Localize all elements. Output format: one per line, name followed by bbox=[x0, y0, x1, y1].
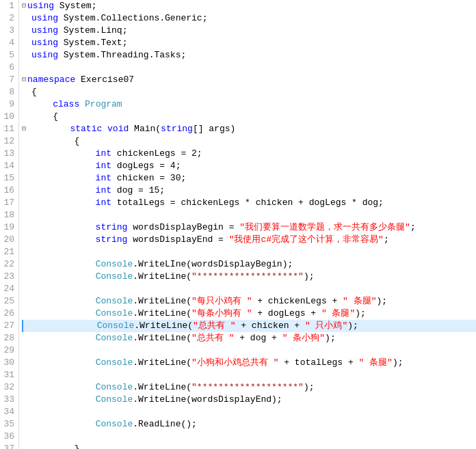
token-id: + chickenLegs + bbox=[252, 295, 343, 308]
token-kw: using bbox=[31, 12, 58, 25]
token-kw: string bbox=[31, 234, 127, 246]
line-number: 18 bbox=[3, 209, 14, 221]
code-line[interactable]: int dog = 15; bbox=[22, 185, 476, 197]
token-str-cn: " 只小鸡" bbox=[305, 320, 347, 332]
token-id bbox=[102, 123, 107, 135]
code-line[interactable]: using System.Threading.Tasks; bbox=[22, 49, 476, 62]
token-kw: int bbox=[31, 197, 111, 209]
token-id bbox=[31, 418, 96, 431]
code-line[interactable]: { bbox=[22, 86, 476, 98]
code-line[interactable]: Console.WriteLine("*******************")… bbox=[22, 271, 476, 283]
token-id: .WriteLine( bbox=[133, 357, 191, 369]
line-number: 32 bbox=[3, 381, 14, 394]
token-id: ; bbox=[410, 221, 416, 234]
code-line[interactable] bbox=[22, 344, 476, 357]
line-number: 4 bbox=[3, 37, 14, 49]
line-number: 20 bbox=[3, 234, 14, 246]
fold-icon[interactable]: ⊟ bbox=[22, 123, 26, 135]
token-id bbox=[31, 308, 96, 320]
token-id: + chicken + bbox=[235, 320, 304, 332]
token-str: "*******************" bbox=[191, 381, 304, 394]
line-number: 1 bbox=[3, 0, 14, 12]
token-kw: using bbox=[31, 25, 58, 37]
token-console-cls: Console bbox=[96, 271, 133, 283]
code-line[interactable]: Console.WriteLine("总共有 " + chicken + " 只… bbox=[22, 320, 476, 332]
token-id bbox=[31, 258, 96, 271]
code-line[interactable]: class Program bbox=[22, 98, 476, 111]
line-number: 29 bbox=[3, 344, 14, 357]
code-line[interactable]: int dogLegs = 4; bbox=[22, 160, 476, 172]
line-number: 26 bbox=[3, 308, 14, 320]
code-line[interactable]: { bbox=[22, 135, 476, 148]
code-line[interactable]: ⊟ static void Main(string[] args) bbox=[22, 123, 476, 135]
code-line[interactable]: int chickenLegs = 2; bbox=[22, 148, 476, 160]
token-str-cn: " 条腿" bbox=[359, 357, 393, 369]
token-id bbox=[31, 271, 96, 283]
code-line[interactable]: int chicken = 30; bbox=[22, 172, 476, 185]
token-id: System.Text; bbox=[58, 37, 127, 49]
token-kw: using bbox=[27, 0, 54, 12]
code-line[interactable] bbox=[22, 62, 476, 74]
code-area: 1234567891011121314151617181920212223242… bbox=[0, 0, 476, 449]
token-id: .WriteLine( bbox=[133, 332, 191, 344]
token-id: System.Threading.Tasks; bbox=[58, 49, 186, 62]
code-line[interactable]: ⊟namespace Exercise07 bbox=[22, 74, 476, 86]
token-kw: using bbox=[31, 49, 58, 62]
code-line[interactable]: } bbox=[22, 443, 476, 449]
token-kw: int bbox=[31, 148, 111, 160]
line-number: 16 bbox=[3, 185, 14, 197]
code-line[interactable]: using System.Linq; bbox=[22, 25, 476, 37]
code-line[interactable]: using System.Collections.Generic; bbox=[22, 12, 476, 25]
token-id: ; bbox=[384, 234, 389, 246]
token-id: totalLegs = chickenLegs * chicken + dogL… bbox=[111, 197, 384, 209]
code-line[interactable] bbox=[22, 431, 476, 443]
code-lines[interactable]: ⊟using System;using System.Collections.G… bbox=[19, 0, 476, 449]
token-id: ); bbox=[393, 357, 404, 369]
token-kw: int bbox=[31, 172, 111, 185]
token-id: ); bbox=[304, 381, 315, 394]
token-id: .WriteLine( bbox=[133, 308, 191, 320]
code-line[interactable]: ⊟using System; bbox=[22, 0, 476, 12]
code-line[interactable] bbox=[22, 246, 476, 258]
token-str-cn: " 条小狗" bbox=[282, 332, 325, 344]
fold-icon[interactable]: ⊟ bbox=[22, 0, 26, 12]
code-line[interactable] bbox=[22, 406, 476, 418]
fold-icon[interactable]: ⊟ bbox=[22, 74, 26, 86]
token-id: + totalLegs + bbox=[278, 357, 358, 369]
code-line[interactable] bbox=[22, 283, 476, 295]
token-console-cls: Console bbox=[96, 381, 133, 394]
code-line[interactable]: Console.WriteLine("小狗和小鸡总共有 " + totalLeg… bbox=[22, 357, 476, 369]
token-id: ); bbox=[347, 320, 358, 332]
token-str-cn: "每条小狗有 " bbox=[191, 308, 252, 320]
line-number: 6 bbox=[3, 62, 14, 74]
code-line[interactable]: Console.WriteLine("*******************")… bbox=[22, 381, 476, 394]
code-line[interactable]: Console.WriteLine("每只小鸡有 " + chickenLegs… bbox=[22, 295, 476, 308]
token-str-cn: " 条腿" bbox=[343, 295, 376, 308]
token-kw: int bbox=[31, 160, 111, 172]
code-line[interactable]: string wordsDisplayEnd = "我使用c#完成了这个计算，非… bbox=[22, 234, 476, 246]
token-str-cn: " 条腿" bbox=[321, 308, 355, 320]
line-number: 14 bbox=[3, 160, 14, 172]
token-id: wordsDisplayBegin = bbox=[127, 221, 239, 234]
token-cls: Program bbox=[85, 98, 122, 111]
code-line[interactable] bbox=[22, 209, 476, 221]
code-line[interactable]: Console.WriteLIne(wordsDisplayBegin); bbox=[22, 258, 476, 271]
code-line[interactable]: using System.Text; bbox=[22, 37, 476, 49]
token-id: { bbox=[31, 86, 37, 98]
code-line[interactable]: Console.WriteLine("总共有 " + dog + " 条小狗")… bbox=[22, 332, 476, 344]
token-id: .ReadLine(); bbox=[133, 418, 197, 431]
line-number: 33 bbox=[3, 394, 14, 406]
code-line[interactable] bbox=[22, 369, 476, 381]
token-id: .WriteLine( bbox=[133, 295, 191, 308]
line-number: 7 bbox=[3, 74, 14, 86]
token-id: { bbox=[31, 135, 79, 148]
code-line[interactable]: int totalLegs = chickenLegs * chicken + … bbox=[22, 197, 476, 209]
code-line[interactable]: Console.ReadLine(); bbox=[22, 418, 476, 431]
code-line[interactable]: Console.WriteLine("每条小狗有 " + dogLegs + "… bbox=[22, 308, 476, 320]
token-id: System.Collections.Generic; bbox=[58, 12, 207, 25]
token-str-cn: "总共有 " bbox=[193, 320, 235, 332]
code-line[interactable]: string wordsDisplayBegin = "我们要算一道数学题，求一… bbox=[22, 221, 476, 234]
token-id: chicken = 30; bbox=[111, 172, 186, 185]
code-line[interactable]: Console.WriteLine(wordsDisplayEnd); bbox=[22, 394, 476, 406]
code-line[interactable]: { bbox=[22, 111, 476, 123]
